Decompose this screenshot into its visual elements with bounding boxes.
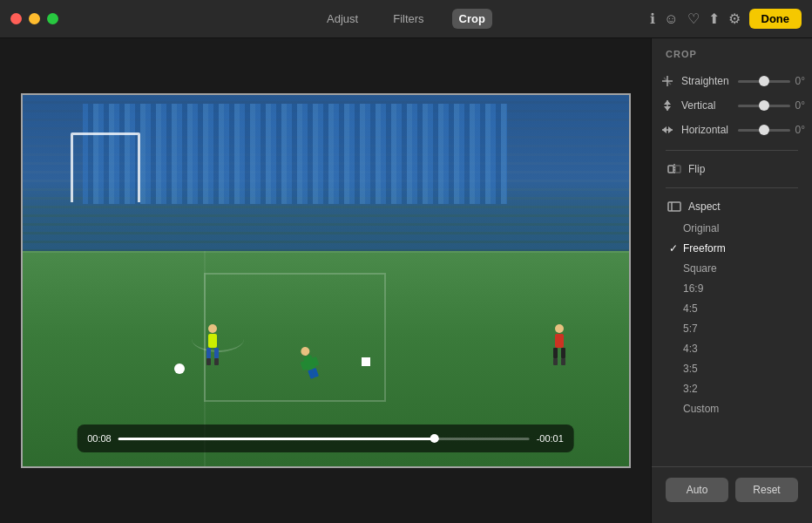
straighten-control[interactable]: Straighten 0° (652, 70, 812, 92)
minimize-button[interactable] (29, 13, 40, 24)
goalpost (71, 132, 140, 202)
smile-icon[interactable]: ☺ (664, 11, 678, 27)
player-1 (204, 323, 221, 363)
aspect-label: Aspect (688, 200, 798, 213)
svg-rect-1 (208, 334, 217, 348)
straighten-slider[interactable] (738, 80, 789, 83)
straighten-icon (659, 74, 676, 88)
video-container[interactable]: 00:08 -00:01 (21, 93, 631, 468)
reset-button[interactable]: Reset (735, 478, 798, 502)
divider-2 (666, 187, 798, 188)
bottom-buttons: Auto Reset (652, 466, 812, 513)
horizontal-icon (659, 123, 676, 137)
aspect-items-list: Original ✓ Freeform Square 16:9 4:5 5:7 (652, 218, 812, 419)
svg-rect-14 (553, 348, 558, 358)
current-time: 00:08 (87, 433, 112, 444)
flip-label: Flip (688, 163, 798, 175)
toolbar-tabs: Adjust Filters Crop (320, 9, 492, 29)
horizontal-slider[interactable] (738, 129, 789, 132)
done-button[interactable]: Done (749, 9, 802, 29)
settings-icon[interactable]: ⚙ (728, 10, 741, 27)
toolbar: Adjust Filters Crop ℹ ☺ ♡ ⬆ ⚙ Done (0, 0, 812, 38)
aspect-header[interactable]: Aspect (652, 195, 812, 218)
straighten-value: 0° (795, 75, 805, 87)
main-area: 00:08 -00:01 CROP Straighten (0, 38, 812, 523)
flip-control[interactable]: Flip (652, 158, 812, 180)
tab-filters[interactable]: Filters (386, 9, 430, 29)
vertical-control[interactable]: Vertical 0° (652, 94, 812, 117)
horizontal-control[interactable]: Horizontal 0° (652, 119, 812, 141)
svg-rect-17 (561, 358, 565, 365)
aspect-item-freeform[interactable]: ✓ Freeform (659, 239, 805, 258)
aspect-item-16-9[interactable]: 16:9 (659, 279, 805, 298)
video-frame (23, 95, 629, 466)
svg-rect-2 (206, 348, 211, 358)
aspect-item-custom[interactable]: Custom (659, 399, 805, 418)
svg-point-12 (555, 324, 564, 333)
vertical-value: 0° (795, 99, 805, 112)
aspect-item-square[interactable]: Square (659, 259, 805, 278)
maximize-button[interactable] (47, 13, 58, 24)
svg-rect-15 (561, 348, 565, 358)
svg-point-6 (300, 346, 311, 357)
tab-adjust[interactable]: Adjust (320, 9, 365, 29)
horizontal-label: Horizontal (681, 124, 733, 136)
info-icon[interactable]: ℹ (650, 10, 655, 27)
crop-panel: CROP Straighten 0° (651, 38, 812, 523)
divider-1 (666, 150, 798, 151)
heart-icon[interactable]: ♡ (687, 10, 700, 27)
straighten-label: Straighten (681, 75, 733, 87)
svg-point-0 (208, 324, 217, 333)
aspect-item-original[interactable]: Original (659, 219, 805, 238)
playback-bar: 00:08 -00:01 (77, 425, 574, 452)
panel-title: CROP (652, 49, 812, 70)
horizontal-value: 0° (795, 124, 805, 136)
video-area: 00:08 -00:01 (0, 38, 651, 523)
svg-rect-5 (214, 358, 219, 365)
window-controls (10, 13, 58, 24)
toolbar-actions: ℹ ☺ ♡ ⬆ ⚙ Done (650, 9, 802, 29)
svg-rect-27 (668, 166, 673, 173)
aspect-item-3-2[interactable]: 3:2 (659, 379, 805, 398)
svg-rect-16 (553, 358, 558, 365)
player-3 (551, 323, 568, 363)
tab-crop[interactable]: Crop (452, 9, 492, 29)
progress-thumb[interactable] (430, 434, 439, 443)
progress-track[interactable] (118, 438, 530, 440)
soccer-ball-2 (362, 357, 370, 366)
flip-icon (666, 162, 683, 176)
share-icon[interactable]: ⬆ (708, 10, 720, 27)
svg-rect-4 (206, 358, 211, 365)
auto-button[interactable]: Auto (666, 478, 728, 502)
svg-rect-13 (555, 334, 564, 348)
aspect-item-4-5[interactable]: 4:5 (659, 299, 805, 318)
svg-rect-3 (214, 348, 219, 358)
aspect-item-3-5[interactable]: 3:5 (659, 359, 805, 378)
svg-rect-30 (668, 202, 680, 211)
progress-fill (118, 438, 439, 440)
close-button[interactable] (10, 13, 22, 24)
remaining-time: -00:01 (537, 433, 564, 444)
vertical-icon (659, 98, 676, 112)
aspect-icon (666, 200, 683, 214)
soccer-ball (174, 363, 185, 374)
vertical-slider[interactable] (738, 105, 789, 107)
svg-rect-28 (675, 166, 680, 173)
check-freeform: ✓ (669, 242, 683, 255)
aspect-item-5-7[interactable]: 5:7 (659, 319, 805, 338)
aspect-item-4-3[interactable]: 4:3 (659, 339, 805, 358)
vertical-label: Vertical (681, 99, 733, 112)
